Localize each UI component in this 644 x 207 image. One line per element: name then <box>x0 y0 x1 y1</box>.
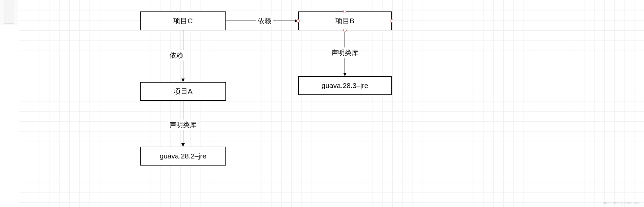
node-project-a[interactable]: 项目A <box>140 82 226 101</box>
edge-label-c-b[interactable]: 依赖 <box>256 16 273 26</box>
edge-label-a-guava282[interactable]: 声明类库 <box>168 120 199 130</box>
edge-label-c-a[interactable]: 依赖 <box>168 50 185 61</box>
watermark-text: https://blog.csdn.net/ <box>603 201 641 205</box>
edge-label-b-guava283[interactable]: 声明类库 <box>329 48 360 58</box>
node-label: 项目C <box>173 16 192 26</box>
diagram-canvas[interactable]: 项目C 项目B 项目A guava.28.2–jre guava.28.3–jr… <box>19 0 644 207</box>
node-label: guava.28.2–jre <box>160 152 207 160</box>
selection-handle-top[interactable] <box>343 10 347 13</box>
edges-layer <box>19 0 644 207</box>
selection-handle-right[interactable] <box>390 19 393 23</box>
node-label: 项目A <box>174 87 192 96</box>
sidebar-panel <box>0 0 18 25</box>
sidebar-scroll-thumb[interactable] <box>4 0 14 24</box>
node-project-b[interactable]: 项目B <box>298 11 392 30</box>
node-guava-282[interactable]: guava.28.2–jre <box>140 147 226 166</box>
node-guava-283[interactable]: guava.28.3–jre <box>298 76 392 95</box>
node-label: 项目B <box>335 16 354 26</box>
node-label: guava.28.3–jre <box>322 82 368 90</box>
node-project-c[interactable]: 项目C <box>140 11 226 30</box>
selection-handle-left[interactable] <box>296 19 300 23</box>
selection-handle-bottom[interactable] <box>343 29 347 32</box>
